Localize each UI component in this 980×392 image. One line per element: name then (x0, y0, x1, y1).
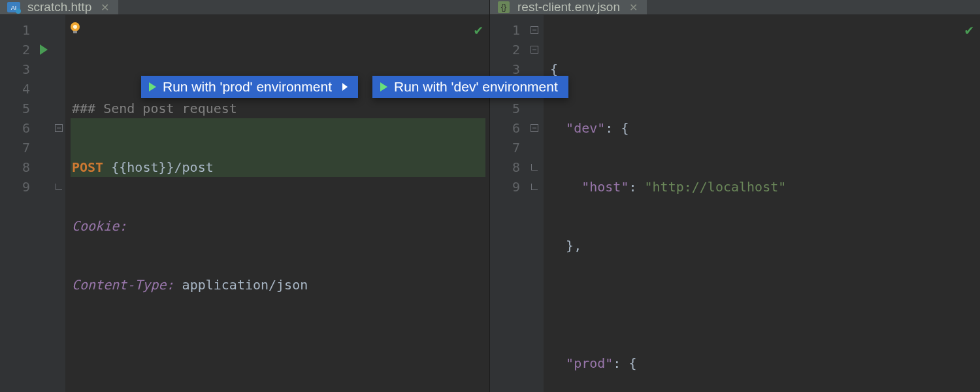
tab-scratch-http[interactable]: AI scratch.http ✕ (0, 0, 118, 14)
menu-item-label: Run with 'prod' environment (163, 79, 332, 95)
code-text: {{host}}/post (103, 159, 214, 175)
svg-point-2 (16, 8, 21, 14)
fold-end-icon (531, 184, 538, 190)
http-file-icon: AI (7, 0, 21, 14)
json-string: "http://localhost" (645, 179, 787, 195)
editor-left[interactable]: ✔ 1 2 3 4 5 6 7 8 9 (0, 15, 489, 392)
run-icon (149, 82, 156, 91)
code-brace: { (550, 61, 558, 77)
fold-gutter-right (525, 15, 544, 392)
http-header: Cookie: (72, 218, 127, 234)
tab-label: scratch.http (27, 0, 91, 14)
close-icon[interactable]: ✕ (629, 1, 638, 14)
line-number-gutter: 1 2 3 4 5 6 7 8 9 (0, 15, 35, 392)
fold-end-icon (531, 164, 538, 171)
fold-collapse-icon[interactable] (531, 124, 538, 132)
tab-bar-right: {} rest-client.env.json ✕ (490, 0, 980, 15)
editor-pane-right: {} rest-client.env.json ✕ ✔ 1 2 3 4 5 6 … (490, 0, 980, 392)
close-icon[interactable]: ✕ (101, 1, 109, 14)
fold-collapse-icon[interactable] (531, 26, 538, 34)
run-gutter (35, 15, 52, 392)
svg-text:{}: {} (501, 3, 506, 12)
json-key: "host" (581, 179, 629, 195)
tab-rest-client-env[interactable]: {} rest-client.env.json ✕ (490, 0, 647, 14)
json-key: "dev" (566, 120, 605, 136)
menu-item-run-prod[interactable]: Run with 'prod' environment (141, 76, 358, 98)
code-area-right[interactable]: { "dev": { "host": "http://localhost" },… (544, 15, 980, 392)
checkmark-icon: ✔ (965, 22, 973, 38)
submenu-arrow-icon (342, 83, 348, 91)
menu-item-label: Run with 'dev' environment (394, 79, 558, 95)
editor-pane-left: AI scratch.http ✕ ✔ 1 2 3 4 5 6 7 8 9 (0, 0, 490, 392)
code-text: }, (566, 238, 581, 253)
svg-text:AI: AI (11, 5, 17, 11)
selection-highlight (71, 118, 485, 138)
run-context-menu: Run with 'prod' environment Run with 'de… (141, 76, 568, 98)
line-number-gutter: 1 2 3 4 5 6 7 8 9 (490, 15, 525, 392)
checkmark-icon: ✔ (474, 22, 483, 38)
app-root: AI scratch.http ✕ ✔ 1 2 3 4 5 6 7 8 9 (0, 0, 980, 392)
editor-right[interactable]: ✔ 1 2 3 4 5 6 7 8 9 (490, 15, 980, 392)
svg-point-5 (73, 25, 77, 29)
svg-rect-4 (73, 31, 77, 33)
json-key: "prod" (566, 355, 613, 371)
code-comment: ### Send post request (72, 101, 237, 116)
menu-item-run-dev[interactable]: Run with 'dev' environment (372, 76, 568, 98)
fold-end-icon (56, 184, 62, 190)
fold-collapse-icon[interactable] (531, 46, 538, 54)
json-file-icon: {} (497, 0, 511, 14)
fold-gutter-left (52, 15, 65, 392)
run-icon (380, 82, 387, 91)
code-text: application/json (174, 277, 308, 293)
tab-label: rest-client.env.json (517, 0, 620, 14)
fold-collapse-icon[interactable] (55, 124, 63, 132)
code-area-left[interactable]: ### Send post request POST {{host}}/post… (65, 15, 489, 392)
http-header: Content-Type: (72, 277, 174, 293)
run-icon[interactable] (40, 44, 48, 55)
tab-bar-left: AI scratch.http ✕ (0, 0, 489, 15)
http-method: POST (72, 159, 103, 175)
lightbulb-icon[interactable] (68, 21, 82, 35)
